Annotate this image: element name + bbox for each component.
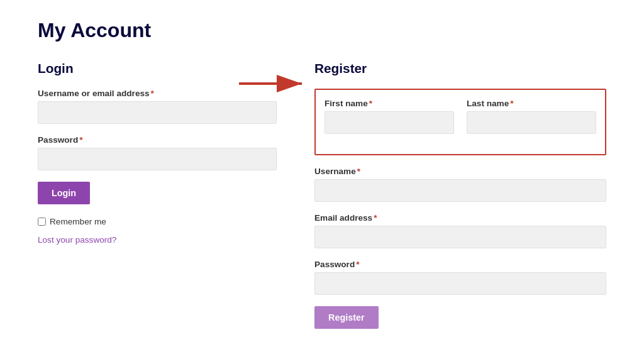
username-required-star: *: [151, 89, 154, 98]
login-button-wrapper: Login: [38, 182, 277, 211]
register-username-label: Username*: [314, 167, 606, 176]
email-input[interactable]: [314, 226, 606, 248]
register-password-required-star: *: [356, 260, 359, 269]
lost-password-link[interactable]: Lost your password?: [38, 235, 116, 245]
register-button[interactable]: Register: [314, 306, 379, 329]
remember-me-row: Remember me: [38, 217, 277, 226]
email-label: Email address*: [314, 213, 606, 223]
email-field-group: Email address*: [314, 213, 606, 248]
login-password-required-star: *: [79, 135, 82, 145]
last-name-field-group: Last name*: [467, 99, 596, 134]
remember-me-label: Remember me: [50, 217, 106, 226]
first-name-field-group: First name*: [325, 99, 454, 134]
register-username-input[interactable]: [314, 179, 606, 202]
email-required-star: *: [374, 213, 377, 223]
register-username-field-group: Username*: [314, 167, 606, 202]
register-password-label: Password*: [314, 260, 606, 269]
register-username-required-star: *: [357, 167, 360, 176]
register-section: Register First name* Last name*: [314, 61, 606, 329]
last-name-input[interactable]: [467, 111, 596, 134]
register-password-input[interactable]: [314, 272, 606, 295]
main-columns: Login Username or email address* Passwor…: [38, 61, 606, 329]
login-button[interactable]: Login: [38, 182, 90, 204]
first-name-label: First name*: [325, 99, 454, 108]
login-password-label: Password*: [38, 135, 277, 145]
first-name-required-star: *: [369, 99, 372, 108]
register-password-field-group: Password*: [314, 260, 606, 295]
register-section-title: Register: [314, 61, 606, 76]
name-row: First name* Last name*: [325, 99, 596, 145]
arrow-indicator: [239, 72, 308, 95]
login-password-input[interactable]: [38, 148, 277, 170]
last-name-label: Last name*: [467, 99, 596, 108]
name-highlight-box: First name* Last name*: [314, 89, 606, 155]
arrow-svg: [239, 72, 308, 95]
username-input[interactable]: [38, 101, 277, 124]
login-password-field-group: Password*: [38, 135, 277, 170]
last-name-required-star: *: [510, 99, 513, 108]
page-title: My Account: [38, 19, 606, 42]
first-name-input[interactable]: [325, 111, 454, 134]
remember-me-checkbox[interactable]: [38, 218, 46, 226]
